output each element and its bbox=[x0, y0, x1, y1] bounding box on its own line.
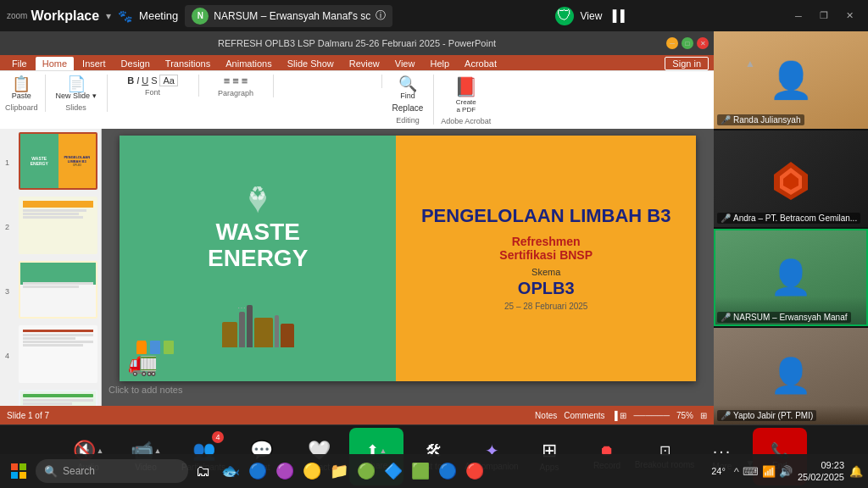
taskbar-windows-explorer[interactable]: 📁 bbox=[327, 459, 351, 483]
add-notes[interactable]: Click to add notes bbox=[108, 385, 685, 395]
ribbon-group-acrobat: 📕 Createa PDF Adobe Acrobat bbox=[441, 75, 498, 125]
slide-panel[interactable]: 1 WASTEENERGY PENGELOLAANLIMBAH B3 OPLB3 bbox=[0, 129, 102, 406]
taskbar-chrome[interactable]: 🟡 bbox=[300, 459, 324, 483]
fit-icon[interactable]: ⊞ bbox=[700, 411, 707, 420]
windows-taskbar: 🔍 Search 🗂 🐟 🔵 🟣 🟡 📁 🟢 🔷 🟩 🔵 🔴 24° ^ ⌨ bbox=[0, 454, 868, 488]
bold-btn[interactable]: B bbox=[127, 75, 134, 86]
view-button[interactable]: View bbox=[581, 10, 603, 22]
zoom-text: zoom bbox=[7, 12, 27, 20]
svg-rect-6 bbox=[19, 472, 26, 479]
shape-rect-btn[interactable]: ▭ bbox=[281, 75, 292, 88]
align-center-btn[interactable]: ≡ bbox=[232, 75, 239, 87]
font-size[interactable]: Aa bbox=[159, 75, 177, 86]
slide-thumb-1[interactable]: WASTEENERGY PENGELOLAANLIMBAH B3 OPLB3 bbox=[19, 132, 97, 190]
slides-label: Slides bbox=[65, 103, 86, 112]
clock-date: 25/02/2025 bbox=[798, 471, 844, 483]
slide-thumb-5[interactable] bbox=[19, 390, 97, 406]
shape-arrow-btn[interactable]: → bbox=[302, 75, 314, 88]
align-left-btn[interactable]: ≡ bbox=[224, 75, 231, 87]
system-tray: ^ ⌨ 📶 🔊 bbox=[734, 465, 793, 478]
taskbar-chrome2[interactable]: 🔴 bbox=[463, 459, 487, 483]
recycling-icon: ♻ bbox=[248, 182, 267, 206]
tab-slideshow[interactable]: Slide Show bbox=[281, 57, 341, 70]
signin-btn[interactable]: Sign in bbox=[665, 57, 709, 70]
person-avatar-yapto: 👤 bbox=[770, 356, 812, 396]
slide-info: Slide 1 of 7 bbox=[7, 411, 49, 420]
tab-help[interactable]: Help bbox=[423, 57, 456, 70]
slide-thumb-4[interactable] bbox=[19, 325, 97, 383]
system-clock[interactable]: 09:23 25/02/2025 bbox=[798, 459, 844, 484]
svg-rect-5 bbox=[11, 472, 18, 479]
search-placeholder: Search bbox=[63, 465, 95, 477]
replace-btn[interactable]: Replace bbox=[389, 102, 427, 114]
volume-icon[interactable]: 🔊 bbox=[779, 465, 793, 478]
slide-right-panel: PENGELOLAAN LIMBAH B3 Refreshmen Sertifi… bbox=[396, 136, 696, 381]
arrange-btn[interactable]: Arrange bbox=[315, 75, 358, 88]
close-button[interactable]: ✕ bbox=[837, 8, 861, 25]
statusbar-right-controls: Notes Comments ▐ ⊞ ────── 75% ⊞ bbox=[535, 411, 707, 420]
new-slide-btn[interactable]: 📄 New Slide ▾ bbox=[53, 75, 100, 102]
align-right-btn[interactable]: ≡ bbox=[242, 75, 248, 87]
ppt-minimize-btn[interactable]: ─ bbox=[666, 37, 678, 49]
comments-btn[interactable]: Comments bbox=[564, 411, 604, 420]
taskbar-edge[interactable]: 🔵 bbox=[246, 459, 270, 483]
participants-badge: 4 bbox=[212, 431, 224, 443]
italic-btn[interactable]: I bbox=[136, 75, 139, 86]
taskbar-word[interactable]: 🔷 bbox=[381, 459, 405, 483]
taskbar-teams[interactable]: 🟣 bbox=[273, 459, 297, 483]
slide-main-title: PENGELOLAAN LIMBAH B3 bbox=[421, 206, 671, 226]
ppt-body: 1 WASTEENERGY PENGELOLAANLIMBAH B3 OPLB3 bbox=[0, 129, 714, 406]
underline-btn[interactable]: U bbox=[142, 75, 148, 86]
windows-logo-icon bbox=[11, 463, 26, 479]
keyboard-icon[interactable]: ⌨ bbox=[743, 465, 759, 478]
paste-btn[interactable]: 📋 Paste bbox=[8, 75, 35, 102]
find-btn[interactable]: 🔍 Find bbox=[395, 75, 420, 102]
taskbar-cortana[interactable]: 🗂 bbox=[192, 459, 215, 483]
strikethrough-btn[interactable]: S bbox=[151, 75, 157, 86]
tab-file[interactable]: File bbox=[5, 57, 34, 70]
tray-up-arrow[interactable]: ^ bbox=[734, 465, 739, 478]
slide-skema-label: Skema bbox=[531, 267, 560, 277]
slide-thumb-2[interactable] bbox=[19, 197, 97, 254]
video-tile-andra: 🎤 Andra – PT. Betracom Gemilan... bbox=[714, 130, 868, 228]
start-button[interactable] bbox=[5, 458, 32, 485]
ppt-restore-btn[interactable]: □ bbox=[682, 37, 693, 49]
tab-insert[interactable]: Insert bbox=[75, 57, 113, 70]
taskbar-fish-icon[interactable]: 🐟 bbox=[219, 459, 242, 483]
search-icon: 🔍 bbox=[44, 465, 58, 478]
svg-rect-3 bbox=[11, 463, 18, 470]
shape-oval-btn[interactable]: ○ bbox=[293, 75, 300, 88]
tab-transitions[interactable]: Transitions bbox=[159, 57, 217, 70]
tab-view[interactable]: View bbox=[388, 57, 422, 70]
notification-icon[interactable]: 🔔 bbox=[849, 465, 863, 478]
editing-label: Editing bbox=[396, 116, 420, 125]
info-icon: ⓘ bbox=[376, 8, 386, 23]
minimize-button[interactable]: ─ bbox=[787, 8, 810, 25]
tab-animations[interactable]: Animations bbox=[219, 57, 278, 70]
video-panel: 👤 🎤 Randa Juliansyah 🎤 Andra – PT. Betra… bbox=[714, 31, 868, 424]
ppt-close-btn[interactable]: ✕ bbox=[697, 37, 709, 49]
notes-btn[interactable]: Notes bbox=[535, 411, 557, 420]
chrome-icon: 🟡 bbox=[303, 462, 321, 480]
ribbon-group-slides: 📄 New Slide ▾ Slides bbox=[53, 75, 108, 112]
taskbar-excel[interactable]: 🟩 bbox=[409, 459, 432, 483]
taskbar-search[interactable]: 🔍 Search bbox=[36, 459, 188, 483]
taskbar-zoom[interactable]: 🔵 bbox=[436, 459, 459, 483]
title-bar: zoom Workplace ▾ 🐾 Meeting N NARSUM – Er… bbox=[0, 0, 868, 31]
teams-icon: 🟣 bbox=[275, 462, 294, 480]
cortana-icon: 🗂 bbox=[196, 463, 211, 480]
tab-review[interactable]: Review bbox=[342, 57, 387, 70]
tab-design[interactable]: Design bbox=[114, 57, 157, 70]
chevron-down-icon[interactable]: ▾ bbox=[106, 10, 111, 22]
slide-canvas-area: ▲ WASTE ENERGY ♥ ♻ bbox=[102, 129, 714, 406]
restore-button[interactable]: ❐ bbox=[812, 8, 836, 25]
slide-thumb-3[interactable] bbox=[19, 261, 97, 319]
wifi-icon[interactable]: 📶 bbox=[762, 465, 776, 478]
person-avatar-narsum: 👤 bbox=[770, 258, 812, 297]
ppt-area: REFRESH OPLB3 LSP Dalmaru 25-26 Februari… bbox=[0, 31, 714, 424]
create-pdf-btn[interactable]: 📕 Createa PDF bbox=[451, 75, 481, 115]
tab-home[interactable]: Home bbox=[36, 57, 74, 70]
video-name-andra: 🎤 Andra – PT. Betracom Gemilan... bbox=[717, 213, 860, 224]
taskbar-spotify[interactable]: 🟢 bbox=[354, 459, 378, 483]
tab-acrobat[interactable]: Acrobat bbox=[458, 57, 504, 70]
